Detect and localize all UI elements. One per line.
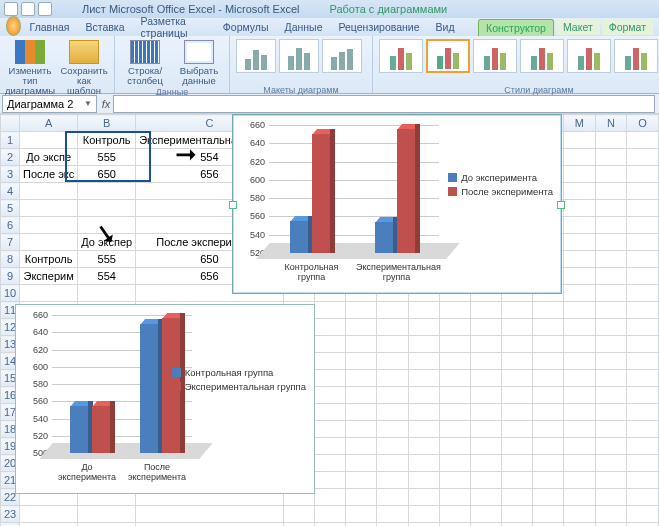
cell[interactable] (595, 132, 626, 149)
cell[interactable] (533, 472, 564, 489)
cell[interactable] (627, 149, 659, 166)
cell[interactable] (346, 421, 377, 438)
cell[interactable] (627, 336, 659, 353)
cell[interactable] (471, 523, 502, 527)
worksheet[interactable]: ABCDEFGHIJKLMNO1КонтрольЭкспериментальна… (0, 114, 659, 526)
row-header[interactable]: 2 (1, 149, 20, 166)
cell[interactable] (408, 523, 439, 527)
cell[interactable] (595, 302, 626, 319)
cell[interactable] (408, 421, 439, 438)
cell[interactable] (595, 336, 626, 353)
cell[interactable] (377, 472, 409, 489)
row-header[interactable]: 7 (1, 234, 20, 251)
cell[interactable] (315, 387, 346, 404)
cell[interactable] (595, 234, 626, 251)
cell[interactable] (377, 506, 409, 523)
cell[interactable] (78, 523, 136, 527)
col-header[interactable]: A (20, 115, 78, 132)
row-header[interactable]: 23 (1, 506, 20, 523)
cell[interactable] (315, 455, 346, 472)
cell[interactable] (377, 455, 409, 472)
cell[interactable] (627, 370, 659, 387)
cell[interactable] (408, 506, 439, 523)
cell[interactable] (501, 302, 532, 319)
row-header[interactable]: 8 (1, 251, 20, 268)
qat-redo-icon[interactable] (38, 2, 52, 16)
cell[interactable] (78, 217, 136, 234)
chart-bar[interactable] (290, 221, 308, 253)
cell[interactable] (627, 421, 659, 438)
cell[interactable] (595, 370, 626, 387)
cell[interactable] (563, 523, 595, 527)
cell[interactable] (533, 353, 564, 370)
cell[interactable] (627, 217, 659, 234)
cell[interactable] (501, 370, 532, 387)
cell[interactable] (533, 302, 564, 319)
cell[interactable] (533, 523, 564, 527)
formula-bar[interactable] (113, 95, 655, 113)
cell[interactable] (563, 183, 595, 200)
cell[interactable]: Контроль (20, 251, 78, 268)
qat-save-icon[interactable] (4, 2, 18, 16)
fx-icon[interactable]: fx (99, 98, 113, 110)
cell[interactable] (595, 438, 626, 455)
chart-bar[interactable] (397, 129, 415, 253)
cell[interactable] (440, 404, 471, 421)
cell[interactable] (533, 455, 564, 472)
cell[interactable] (595, 166, 626, 183)
cell[interactable] (533, 489, 564, 506)
cell[interactable] (595, 200, 626, 217)
cell[interactable] (408, 472, 439, 489)
cell[interactable] (377, 404, 409, 421)
cell[interactable] (408, 438, 439, 455)
office-button[interactable] (6, 16, 21, 36)
cell[interactable] (315, 489, 346, 506)
cell[interactable] (136, 506, 283, 523)
switch-row-col-button[interactable]: Строка/столбец (121, 38, 169, 86)
cell[interactable] (595, 319, 626, 336)
cell[interactable] (315, 472, 346, 489)
tab-design[interactable]: Конструктор (478, 19, 554, 36)
cell[interactable] (377, 523, 409, 527)
cell[interactable] (595, 523, 626, 527)
cell[interactable] (20, 183, 78, 200)
cell[interactable] (595, 285, 626, 302)
cell[interactable] (627, 251, 659, 268)
cell[interactable] (78, 506, 136, 523)
cell[interactable] (563, 132, 595, 149)
cell[interactable] (315, 370, 346, 387)
cell[interactable] (533, 438, 564, 455)
cell[interactable] (533, 319, 564, 336)
cell[interactable] (563, 336, 595, 353)
cell[interactable] (563, 268, 595, 285)
cell[interactable] (595, 149, 626, 166)
cell[interactable] (408, 387, 439, 404)
chevron-down-icon[interactable]: ▼ (84, 99, 92, 108)
cell[interactable] (595, 455, 626, 472)
cell[interactable] (533, 421, 564, 438)
cell[interactable] (627, 353, 659, 370)
cell[interactable] (501, 472, 532, 489)
cell[interactable] (20, 200, 78, 217)
cell[interactable] (627, 285, 659, 302)
cell[interactable] (440, 336, 471, 353)
cell[interactable] (20, 523, 78, 527)
cell[interactable] (346, 387, 377, 404)
cell[interactable] (346, 506, 377, 523)
tab-format[interactable]: Формат (602, 19, 653, 35)
cell[interactable]: 555 (78, 251, 136, 268)
cell[interactable] (501, 319, 532, 336)
cell[interactable] (346, 319, 377, 336)
cell[interactable] (627, 404, 659, 421)
cell[interactable] (563, 251, 595, 268)
cell[interactable] (377, 336, 409, 353)
cell[interactable]: После экс (20, 166, 78, 183)
cell[interactable] (563, 370, 595, 387)
cell[interactable] (471, 387, 502, 404)
cell[interactable] (501, 404, 532, 421)
cell[interactable] (533, 404, 564, 421)
cell[interactable] (627, 319, 659, 336)
cell[interactable] (471, 336, 502, 353)
cell[interactable] (627, 489, 659, 506)
cell[interactable] (627, 523, 659, 527)
